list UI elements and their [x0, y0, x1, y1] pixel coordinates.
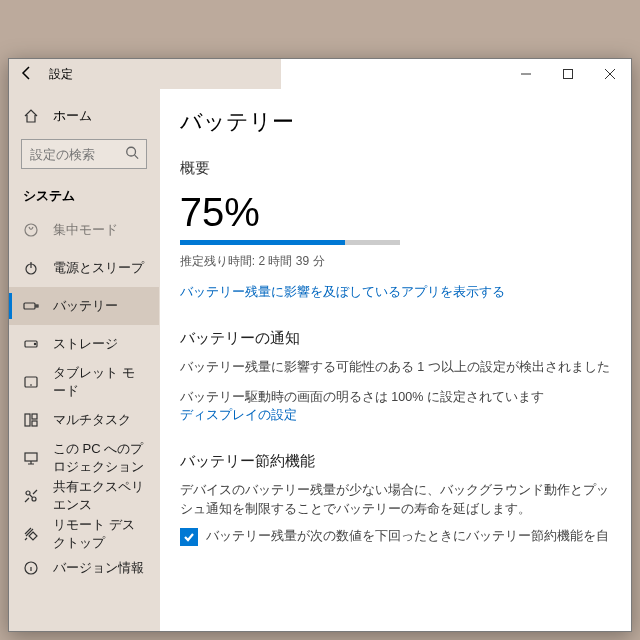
- sidebar-item-battery[interactable]: バッテリー: [9, 287, 159, 325]
- sidebar-item-label: マルチタスク: [53, 411, 131, 429]
- sidebar-item-label: この PC へのプロジェクション: [53, 440, 145, 476]
- sidebar-item-storage[interactable]: ストレージ: [9, 325, 159, 363]
- remote-icon: [23, 526, 39, 542]
- maximize-button[interactable]: [547, 59, 589, 89]
- overview-heading: 概要: [180, 159, 611, 178]
- sidebar-item-tablet[interactable]: タブレット モード: [9, 363, 159, 401]
- battery-saver-checkbox-label: バッテリー残量が次の数値を下回ったときにバッテリー節約機能を自: [206, 528, 609, 545]
- sidebar-item-label: バッテリー: [53, 297, 118, 315]
- sidebar-item-label: 電源とスリープ: [53, 259, 144, 277]
- svg-rect-11: [32, 421, 37, 426]
- back-button[interactable]: [19, 65, 35, 84]
- battery-saver-checkbox-row: バッテリー残量が次の数値を下回ったときにバッテリー節約機能を自: [180, 528, 611, 546]
- search-icon: [125, 146, 139, 163]
- sidebar-item-power[interactable]: 電源とスリープ: [9, 249, 159, 287]
- svg-rect-9: [25, 414, 30, 426]
- sidebar-item-label: 集中モード: [53, 221, 118, 239]
- svg-point-13: [26, 491, 30, 495]
- battery-saver-desc: デバイスのバッテリー残量が少ない場合に、バックグラウンド動作とプッシュ通知を制限…: [180, 481, 611, 517]
- sidebar-home[interactable]: ホーム: [9, 99, 159, 133]
- settings-window: 設定 ホーム: [8, 58, 632, 632]
- tablet-icon: [23, 374, 39, 390]
- svg-point-7: [34, 343, 35, 344]
- search-wrap: [21, 139, 147, 169]
- svg-point-14: [32, 497, 36, 501]
- battery-notice-text-2: バッテリー駆動時の画面の明るさは 100% に設定されています ディスプレイの設…: [180, 388, 611, 424]
- storage-icon: [23, 336, 39, 352]
- power-icon: [23, 260, 39, 276]
- battery-notice-heading: バッテリーの通知: [180, 329, 611, 348]
- sidebar-item-label: ストレージ: [53, 335, 118, 353]
- sidebar-item-label: タブレット モード: [53, 364, 145, 400]
- sidebar-item-label: リモート デスクトップ: [53, 516, 145, 552]
- app-title: 設定: [49, 66, 73, 83]
- svg-rect-12: [25, 453, 37, 461]
- sidebar-item-shared[interactable]: 共有エクスペリエンス: [9, 477, 159, 515]
- sidebar: ホーム システム 集中モード: [9, 89, 160, 631]
- svg-rect-5: [36, 305, 38, 307]
- home-icon: [23, 108, 39, 124]
- sidebar-item-projection[interactable]: この PC へのプロジェクション: [9, 439, 159, 477]
- main-panel: バッテリー 概要 75% 推定残り時間: 2 時間 39 分 バッテリー残量に影…: [160, 89, 631, 631]
- sidebar-item-label: 共有エクスペリエンス: [53, 478, 145, 514]
- battery-percent: 75%: [180, 192, 611, 232]
- sidebar-home-label: ホーム: [53, 107, 92, 125]
- sidebar-item-multitask[interactable]: マルチタスク: [9, 401, 159, 439]
- sidebar-item-remote[interactable]: リモート デスクトップ: [9, 515, 159, 553]
- close-button[interactable]: [589, 59, 631, 89]
- sidebar-nav: 集中モード 電源とスリープ バッテリー: [9, 211, 159, 631]
- multitask-icon: [23, 412, 39, 428]
- svg-rect-10: [32, 414, 37, 419]
- minimize-button[interactable]: [505, 59, 547, 89]
- app-header: 設定: [9, 59, 281, 89]
- info-icon: [23, 560, 39, 576]
- sidebar-item-focus[interactable]: 集中モード: [9, 211, 159, 249]
- svg-point-1: [127, 147, 136, 156]
- battery-notice-text-1: バッテリー残量に影響する可能性のある 1 つ以上の設定が検出されました: [180, 358, 611, 376]
- page-title: バッテリー: [180, 107, 611, 137]
- battery-progress-fill: [180, 240, 345, 245]
- svg-rect-4: [24, 303, 35, 309]
- shared-icon: [23, 488, 39, 504]
- battery-notice-section: バッテリーの通知 バッテリー残量に影響する可能性のある 1 つ以上の設定が検出さ…: [180, 329, 611, 424]
- projection-icon: [23, 450, 39, 466]
- battery-apps-link[interactable]: バッテリー残量に影響を及ぼしているアプリを表示する: [180, 284, 611, 301]
- battery-saver-section: バッテリー節約機能 デバイスのバッテリー残量が少ない場合に、バックグラウンド動作…: [180, 452, 611, 545]
- focus-icon: [23, 222, 39, 238]
- display-settings-link[interactable]: ディスプレイの設定: [180, 408, 297, 422]
- battery-icon: [23, 298, 39, 314]
- sidebar-category-label: システム: [9, 179, 159, 211]
- sidebar-item-about[interactable]: バージョン情報: [9, 553, 159, 583]
- battery-progress: [180, 240, 400, 245]
- battery-saver-checkbox[interactable]: [180, 528, 198, 546]
- battery-estimate: 推定残り時間: 2 時間 39 分: [180, 253, 611, 270]
- battery-saver-heading: バッテリー節約機能: [180, 452, 611, 471]
- sidebar-item-label: バージョン情報: [53, 559, 144, 577]
- svg-rect-0: [564, 70, 573, 79]
- battery-notice-line2: バッテリー駆動時の画面の明るさは 100% に設定されています: [180, 390, 544, 404]
